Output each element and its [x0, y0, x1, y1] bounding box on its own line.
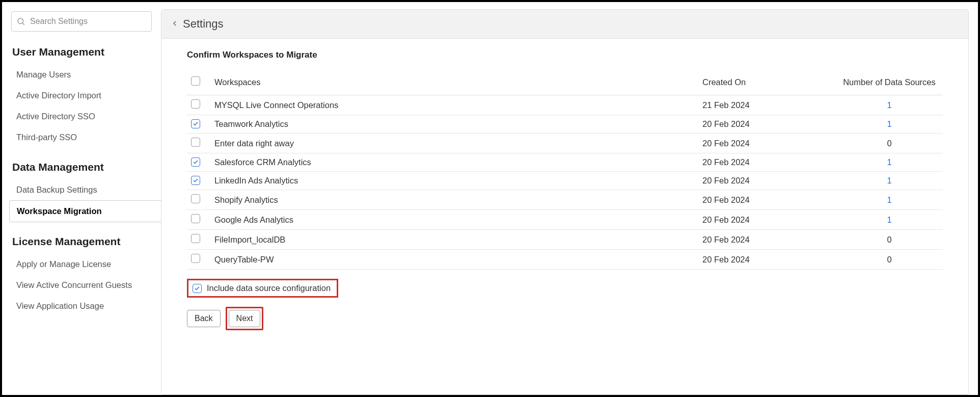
- row-checkbox[interactable]: [191, 176, 200, 185]
- created-on: 20 Feb 2024: [698, 250, 836, 270]
- col-created: Created On: [698, 71, 836, 95]
- nav-group-title: User Management: [2, 46, 161, 64]
- search-wrap: [11, 11, 152, 32]
- next-button[interactable]: Next: [229, 310, 261, 327]
- table-row: FileImport_localDB20 Feb 20240: [187, 230, 943, 250]
- workspace-name: Enter data right away: [210, 134, 698, 153]
- created-on: 20 Feb 2024: [698, 153, 836, 172]
- sidebar-item-manage-users[interactable]: Manage Users: [2, 64, 161, 85]
- back-button[interactable]: Back: [187, 310, 221, 327]
- table-row: Shopify Analytics20 Feb 20241: [187, 190, 943, 210]
- workspace-name: Google Ads Analytics: [210, 210, 698, 230]
- data-source-link[interactable]: 1: [887, 157, 891, 167]
- sidebar-item-active-directory-sso[interactable]: Active Directory SSO: [2, 106, 161, 127]
- created-on: 21 Feb 2024: [698, 95, 836, 115]
- data-source-count: 1: [836, 210, 943, 230]
- chevron-left-icon[interactable]: [171, 17, 183, 31]
- sidebar-item-data-backup-settings[interactable]: Data Backup Settings: [2, 179, 161, 200]
- workspace-name: LinkedIn Ads Analytics: [210, 172, 698, 190]
- data-source-count: 1: [836, 95, 943, 115]
- button-row: Back Next: [187, 307, 943, 330]
- sidebar-item-third-party-sso[interactable]: Third-party SSO: [2, 127, 161, 148]
- nav-group: License ManagementApply or Manage Licens…: [2, 235, 161, 316]
- created-on: 20 Feb 2024: [698, 172, 836, 190]
- table-row: Enter data right away20 Feb 20240: [187, 134, 943, 153]
- include-config-label: Include data source configuration: [207, 283, 331, 293]
- row-checkbox[interactable]: [191, 119, 200, 128]
- table-row: Teamwork Analytics20 Feb 20241: [187, 115, 943, 134]
- content: Confirm Workspaces to Migrate Workspaces…: [161, 39, 969, 395]
- workspace-name: Shopify Analytics: [210, 190, 698, 210]
- main: Settings Confirm Workspaces to Migrate W…: [161, 2, 978, 395]
- workspace-name: Teamwork Analytics: [210, 115, 698, 134]
- table-row: Google Ads Analytics20 Feb 20241: [187, 210, 943, 230]
- created-on: 20 Feb 2024: [698, 115, 836, 134]
- sidebar-item-workspace-migration[interactable]: Workspace Migration: [9, 200, 161, 222]
- sidebar-item-apply-or-manage-license[interactable]: Apply or Manage License: [2, 254, 161, 275]
- row-checkbox[interactable]: [191, 254, 200, 263]
- section-title: Confirm Workspaces to Migrate: [187, 50, 943, 60]
- row-checkbox[interactable]: [191, 99, 200, 109]
- nav-group: User ManagementManage UsersActive Direct…: [2, 46, 161, 148]
- data-source-count: 0: [836, 230, 943, 250]
- data-source-count: 0: [836, 134, 943, 153]
- table-row: LinkedIn Ads Analytics20 Feb 20241: [187, 172, 943, 190]
- nav-group: Data ManagementData Backup SettingsWorks…: [2, 161, 161, 222]
- sidebar-item-active-directory-import[interactable]: Active Directory Import: [2, 85, 161, 106]
- workspace-name: QueryTable-PW: [210, 250, 698, 270]
- data-source-link[interactable]: 1: [887, 195, 891, 204]
- row-checkbox[interactable]: [191, 234, 200, 243]
- workspace-name: Salesforce CRM Analytics: [210, 153, 698, 172]
- include-config-row: Include data source configuration: [187, 279, 338, 298]
- data-source-count: 1: [836, 172, 943, 190]
- row-checkbox[interactable]: [191, 194, 200, 203]
- workspace-name: FileImport_localDB: [210, 230, 698, 250]
- workspace-name: MYSQL Live Connect Operations: [210, 95, 698, 115]
- workspaces-table: Workspaces Created On Number of Data Sou…: [187, 71, 943, 270]
- sidebar-item-view-active-concurrent-guests[interactable]: View Active Concurrent Guests: [2, 275, 161, 296]
- row-checkbox[interactable]: [191, 138, 200, 147]
- nav-group-title: License Management: [2, 235, 161, 254]
- select-all-checkbox[interactable]: [191, 76, 200, 86]
- next-button-highlight: Next: [226, 307, 264, 330]
- sidebar: User ManagementManage UsersActive Direct…: [2, 2, 161, 395]
- nav-group-title: Data Management: [2, 161, 161, 179]
- created-on: 20 Feb 2024: [698, 134, 836, 153]
- table-row: MYSQL Live Connect Operations21 Feb 2024…: [187, 95, 943, 115]
- row-checkbox[interactable]: [191, 157, 200, 167]
- table-row: QueryTable-PW20 Feb 20240: [187, 250, 943, 270]
- row-checkbox[interactable]: [191, 214, 200, 223]
- table-header-row: Workspaces Created On Number of Data Sou…: [187, 71, 943, 95]
- settings-header: Settings: [161, 9, 969, 39]
- svg-line-1: [22, 23, 24, 24]
- created-on: 20 Feb 2024: [698, 190, 836, 210]
- search-input[interactable]: [11, 11, 152, 32]
- header-title: Settings: [183, 17, 224, 31]
- search-icon: [16, 17, 25, 26]
- svg-point-0: [18, 18, 23, 24]
- created-on: 20 Feb 2024: [698, 210, 836, 230]
- table-row: Salesforce CRM Analytics20 Feb 20241: [187, 153, 943, 172]
- data-source-count: 1: [836, 153, 943, 172]
- created-on: 20 Feb 2024: [698, 230, 836, 250]
- data-source-count: 1: [836, 115, 943, 134]
- include-config-checkbox[interactable]: [193, 284, 202, 293]
- sidebar-item-view-application-usage[interactable]: View Application Usage: [2, 296, 161, 316]
- data-source-link[interactable]: 1: [887, 119, 891, 128]
- data-source-link[interactable]: 1: [887, 215, 891, 224]
- data-source-count: 0: [836, 250, 943, 270]
- data-source-link[interactable]: 1: [887, 100, 891, 110]
- col-sources: Number of Data Sources: [836, 71, 943, 95]
- data-source-link[interactable]: 1: [887, 176, 891, 185]
- data-source-count: 1: [836, 190, 943, 210]
- col-workspaces: Workspaces: [210, 71, 698, 95]
